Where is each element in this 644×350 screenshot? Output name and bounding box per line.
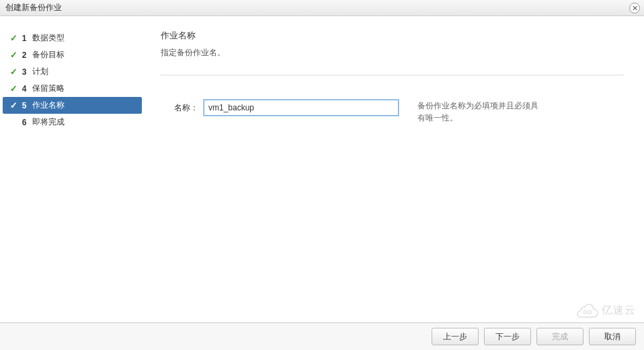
check-icon: ✓ [8, 83, 19, 94]
step-schedule[interactable]: ✓ 3 计划 [3, 63, 142, 80]
step-job-name[interactable]: ✓ 5 作业名称 [3, 97, 142, 114]
step-retention-policy[interactable]: ✓ 4 保留策略 [3, 80, 142, 97]
step-ready-to-complete[interactable]: 6 即将完成 [3, 114, 142, 131]
dialog-body: ✓ 1 数据类型 ✓ 2 备份目标 ✓ 3 计划 ✓ 4 保留策略 ✓ 5 作业… [0, 16, 644, 322]
check-icon: ✓ [8, 50, 19, 60]
cancel-button[interactable]: 取消 [589, 328, 636, 345]
page-title: 作业名称 [161, 30, 624, 42]
finish-button: 完成 [536, 328, 583, 345]
step-number: 6 [19, 118, 30, 127]
wizard-steps-sidebar: ✓ 1 数据类型 ✓ 2 备份目标 ✓ 3 计划 ✓ 4 保留策略 ✓ 5 作业… [0, 16, 145, 322]
step-number: 3 [19, 67, 30, 77]
step-data-type[interactable]: ✓ 1 数据类型 [3, 30, 142, 46]
step-label: 计划 [30, 66, 48, 77]
window-title: 创建新备份作业 [5, 2, 62, 13]
step-label: 备份目标 [30, 49, 65, 61]
prev-button[interactable]: 上一步 [432, 328, 479, 345]
step-number: 2 [19, 50, 30, 60]
check-icon: ✓ [8, 33, 19, 43]
titlebar: 创建新备份作业 ✕ [0, 0, 644, 16]
step-label: 即将完成 [30, 116, 65, 128]
wizard-footer: 上一步 下一步 完成 取消 [0, 322, 644, 350]
step-number: 1 [19, 34, 30, 43]
step-label: 数据类型 [30, 32, 65, 44]
name-field-label: 名称： [161, 100, 198, 114]
step-number: 4 [19, 84, 30, 94]
section-divider [161, 75, 624, 75]
page-subtitle: 指定备份作业名。 [161, 47, 624, 59]
step-label: 保留策略 [30, 83, 65, 94]
name-field-hint: 备份作业名称为必填项并且必须具有唯一性。 [417, 100, 538, 124]
job-name-input[interactable] [204, 100, 399, 116]
step-label: 作业名称 [30, 100, 65, 111]
wizard-main-panel: 作业名称 指定备份作业名。 名称： 备份作业名称为必填项并且必须具有唯一性。 [145, 16, 644, 322]
close-icon: ✕ [632, 5, 638, 12]
check-icon: ✓ [8, 67, 19, 77]
check-icon: ✓ [8, 100, 19, 110]
name-form-row: 名称： 备份作业名称为必填项并且必须具有唯一性。 [161, 100, 624, 124]
step-number: 5 [19, 101, 30, 110]
close-button[interactable]: ✕ [629, 3, 640, 13]
step-backup-target[interactable]: ✓ 2 备份目标 [3, 46, 142, 63]
next-button[interactable]: 下一步 [484, 328, 531, 345]
